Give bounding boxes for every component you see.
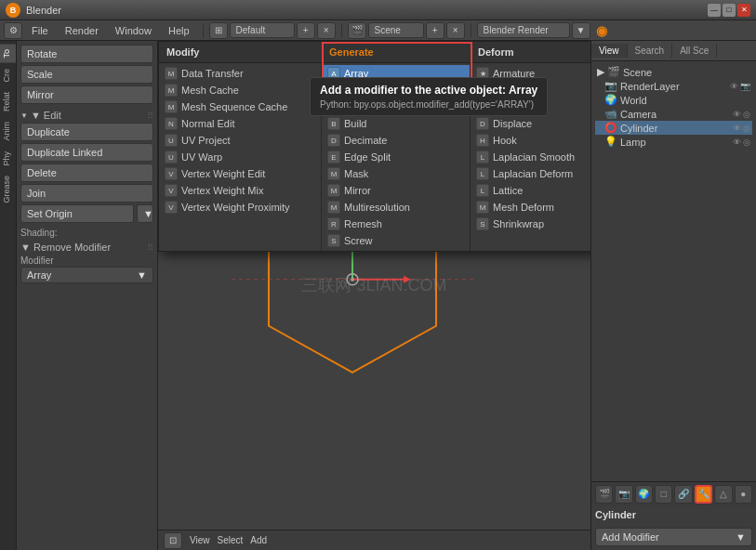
lamp-render-icon[interactable]: ◎	[743, 138, 750, 147]
view-menu[interactable]: View	[190, 535, 210, 545]
tab-cre[interactable]: Cre	[0, 64, 16, 87]
item-laplacian-deform[interactable]: LLaplacian Deform	[471, 165, 590, 182]
item-shrinkwrap[interactable]: SShrinkwrap	[471, 216, 590, 232]
item-laplacian-smooth[interactable]: LLaplacian Smooth	[471, 149, 590, 165]
item-decimate[interactable]: DDecimate	[322, 132, 470, 149]
item-mesh-cache[interactable]: MMesh Cache	[159, 82, 321, 98]
layout-dropdown[interactable]: Default	[230, 22, 295, 38]
item-lattice[interactable]: LLattice	[471, 182, 590, 199]
item-build[interactable]: BBuild	[322, 115, 470, 132]
delete-button[interactable]: Delete	[20, 164, 153, 182]
select-menu[interactable]: Select	[218, 535, 244, 545]
duplicate-button[interactable]: Duplicate	[20, 123, 153, 141]
add-modifier-button[interactable]: Add Modifier ▼	[595, 528, 752, 546]
camera-eye-icon[interactable]: 👁	[733, 110, 741, 119]
cylinder-eye-icon[interactable]: 👁	[733, 124, 741, 133]
item-multiresolution[interactable]: MMultiresolution	[322, 199, 470, 216]
item-displace[interactable]: DDisplace	[471, 115, 590, 132]
blender-logo-icon: B	[6, 3, 20, 18]
scene-row: Scene	[623, 67, 750, 78]
item-hook[interactable]: HHook	[471, 132, 590, 149]
join-button[interactable]: Join	[20, 184, 153, 203]
prop-material-icon[interactable]: ●	[735, 485, 752, 504]
engine-icon[interactable]: ▼	[572, 22, 590, 39]
lamp-eye-icon[interactable]: 👁	[733, 138, 741, 147]
scene-dropdown[interactable]: Scene	[368, 22, 424, 38]
blender-icon: ◉	[596, 23, 607, 38]
item-edge-split[interactable]: EEdge Split	[322, 149, 470, 165]
menu-file[interactable]: File	[24, 23, 56, 38]
displace-icon: D	[476, 117, 489, 130]
scene-item-cylinder[interactable]: ⭕ Cylinder 👁 ◎	[595, 121, 752, 135]
item-vertex-weight-mix[interactable]: VVertex Weight Mix	[159, 182, 321, 199]
mirror-button[interactable]: Mirror	[20, 85, 153, 104]
scene-remove-icon[interactable]: ×	[446, 22, 465, 39]
tooltip-python: Python: bpy.ops.object.modifier_add(type…	[320, 99, 537, 110]
menu-window[interactable]: Window	[108, 23, 159, 38]
build-icon: B	[327, 117, 340, 130]
blender-menu-icon[interactable]: ⚙	[4, 22, 22, 39]
right-tab-search[interactable]: Search	[628, 44, 673, 58]
cylinder-render-icon[interactable]: ◎	[743, 124, 750, 133]
duplicate-linked-button[interactable]: Duplicate Linked	[20, 143, 153, 162]
scene-item-scene[interactable]: ▶ 🎬 Scene	[595, 65, 752, 79]
prop-modifier-icon[interactable]: 🔧	[695, 485, 712, 504]
set-origin-dropdown[interactable]: ▼	[137, 204, 153, 223]
item-normal-edit[interactable]: NNormal Edit	[159, 115, 321, 132]
scene-item-renderlayer[interactable]: 📷 RenderLayer 👁 📷	[595, 79, 752, 93]
layout-icon[interactable]: ⊞	[209, 22, 228, 39]
scene-item-world[interactable]: 🌍 World	[595, 93, 752, 107]
right-tab-allsce[interactable]: All Sce	[672, 44, 717, 58]
tab-phy[interactable]: Phy	[0, 147, 16, 171]
scale-button[interactable]: Scale	[20, 65, 153, 84]
prop-constraint-icon[interactable]: 🔗	[674, 485, 692, 504]
minimize-button[interactable]: —	[708, 4, 721, 17]
item-screw[interactable]: SScrew	[322, 232, 470, 249]
viewport-mode-icon[interactable]: ⊡	[164, 532, 182, 549]
tab-grease[interactable]: Grease	[0, 171, 16, 208]
maximize-button[interactable]: □	[723, 4, 736, 17]
item-mesh-sequence-cache[interactable]: MMesh Sequence Cache	[159, 98, 321, 115]
edit-section: ▼ ▼ Edit ⠿	[20, 110, 153, 121]
prop-world-icon[interactable]: 🌍	[635, 485, 653, 504]
item-vertex-weight-proximity[interactable]: VVertex Weight Proximity	[159, 199, 321, 216]
item-uv-project[interactable]: UUV Project	[159, 132, 321, 149]
prop-object-icon[interactable]: □	[655, 485, 672, 504]
close-button[interactable]: ✕	[737, 4, 750, 17]
renderer-dropdown[interactable]: Blender Render	[477, 22, 570, 38]
tab-anim[interactable]: Anim	[0, 117, 16, 146]
item-mesh-deform[interactable]: MMesh Deform	[471, 199, 590, 216]
item-mirror[interactable]: MMirror	[322, 182, 470, 199]
modify-column: MData Transfer MMesh Cache MMesh Sequenc…	[159, 63, 322, 251]
lamp-icons: 👁 ◎	[733, 138, 750, 147]
modifier-value-dropdown[interactable]: Array ▼	[20, 267, 153, 283]
renderlayer-eye-icon[interactable]: 👁	[730, 82, 738, 91]
prop-renderlayer-icon[interactable]: 📷	[615, 485, 632, 504]
scene-item-camera[interactable]: 📹 Camera 👁 ◎	[595, 107, 752, 121]
tab-relat[interactable]: Relat	[0, 87, 16, 116]
item-remesh[interactable]: RRemesh	[322, 216, 470, 232]
item-vertex-weight-edit[interactable]: VVertex Weight Edit	[159, 165, 321, 182]
right-tab-view[interactable]: View	[591, 44, 628, 58]
item-uv-warp[interactable]: UUV Warp	[159, 149, 321, 165]
item-mask[interactable]: MMask	[322, 165, 470, 182]
set-origin-button[interactable]: Set Origin	[20, 204, 134, 223]
rotate-button[interactable]: Rotate	[20, 45, 153, 63]
scene-add-icon[interactable]: +	[426, 22, 444, 39]
camera-render-icon[interactable]: ◎	[743, 110, 750, 119]
scene-icon[interactable]: 🎬	[348, 22, 366, 39]
layout-remove-icon[interactable]: ×	[317, 22, 336, 39]
title-bar-left: B Blender	[6, 3, 61, 18]
title-bar-controls[interactable]: — □ ✕	[708, 4, 750, 17]
item-data-transfer[interactable]: MData Transfer	[159, 65, 321, 82]
layout-add-icon[interactable]: +	[297, 22, 315, 39]
prop-data-icon[interactable]: △	[714, 485, 732, 504]
renderlayer-camera-icon[interactable]: 📷	[740, 82, 750, 91]
scene-item-lamp[interactable]: 💡 Lamp 👁 ◎	[595, 135, 752, 149]
tab-to[interactable]: To	[0, 45, 16, 63]
menu-render[interactable]: Render	[58, 23, 106, 38]
add-menu[interactable]: Add	[250, 535, 267, 545]
prop-scene-icon[interactable]: 🎬	[595, 485, 613, 504]
menu-help[interactable]: Help	[161, 23, 197, 38]
viewport[interactable]: Top Persp	[158, 41, 590, 530]
